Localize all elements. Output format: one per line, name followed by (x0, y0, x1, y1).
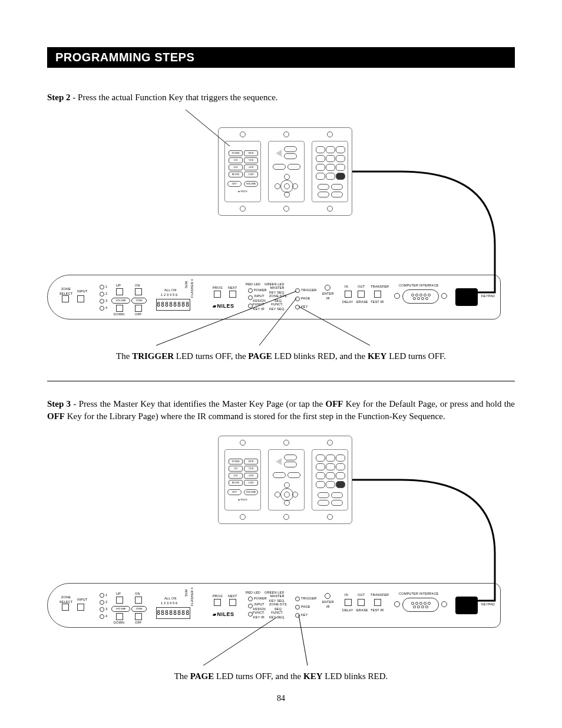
lbl-computer-interface: COMPUTER INTERFACE (399, 284, 438, 288)
step3-b1: OFF (326, 399, 343, 409)
rear-panel-diagram-2: ZONE SELECT INPUT 1 2 3 4 UP ON VOLUME Z… (47, 583, 501, 628)
niles-logo: NILES (213, 302, 234, 310)
step3-b2: OFF (47, 411, 65, 421)
step3-paragraph: Step 3 - Press the Master Key that ident… (47, 398, 515, 423)
lbl-sum: SUM (184, 281, 189, 288)
step2-block: Step 2 - Press the actual Function Key t… (47, 91, 515, 381)
lbl-off: OFF (135, 312, 142, 317)
kp-src-7: BLUES (229, 172, 243, 177)
segment-display: 88888888 (156, 299, 190, 311)
step2-figure: TUNER DVD CD VCR SAT AUX BLUES JAZZ OFF … (47, 110, 515, 363)
step3-caption: The PAGE LED turns OFF, and the KEY LED … (47, 670, 515, 683)
lbl-funct-key-ir: FUNCT. KEY IR (253, 302, 265, 311)
lbl-zone-4: 4 (105, 306, 107, 311)
step2-label: Step 2 (47, 93, 71, 102)
kp-src-4: VCR (244, 157, 258, 163)
lbl-in: IN (345, 285, 348, 289)
kp-off: OFF (227, 181, 242, 187)
lbl-transfer: TRANSFER (371, 285, 389, 289)
lbl-flasher: FLASHER 4 (190, 279, 195, 298)
keypad-port (455, 288, 478, 306)
lbl-zone-2: 2 (105, 292, 107, 297)
rear-panel-diagram: ZONE SELECT INPUT 1 2 3 4 UP ON VOLUME Z… (47, 275, 501, 319)
lbl-test-ir: TEST IR (371, 300, 384, 305)
step2-text: - Press the actual Function Key that tri… (71, 93, 278, 102)
lbl-on: ON (135, 284, 140, 288)
lbl-up: UP (116, 284, 121, 288)
lbl-nums: 1 2 3 4 5 6 (161, 293, 177, 298)
lbl-keypad: KEYPAD (481, 294, 495, 299)
lbl-next: NEXT (228, 286, 237, 291)
lbl-funct-key-seq: FUNCT. KEY SEQ. (269, 302, 285, 311)
kp-src-2: DVD (244, 150, 258, 156)
lbl-trigger: TRIGGER (301, 288, 316, 293)
keypad-col-nav (268, 141, 305, 202)
lbl-zone-3: 3 (105, 299, 107, 304)
lbl-delay: DELAY (342, 300, 353, 305)
step3-t1: - Press the Master Key that identifies t… (71, 399, 325, 409)
lbl-enter-ir: ENTER IR (322, 292, 334, 301)
kp-src-6: AUX (244, 164, 258, 170)
btn-volume: VOLUME (111, 298, 130, 304)
db9-port (402, 289, 439, 304)
kp-src-8: JAZZ (244, 172, 258, 177)
lbl-out: OUT (358, 285, 365, 289)
lbl-power: POWER (254, 288, 267, 293)
step3-block: Step 3 - Press the Master Key that ident… (47, 398, 515, 683)
kp-brand-1: ▰ NILES (238, 190, 247, 193)
lbl-input: INPUT (77, 289, 88, 294)
step2-paragraph: Step 2 - Press the actual Function Key t… (47, 91, 515, 104)
step3-t2: Key for the Default Page, or press and h… (343, 399, 515, 409)
lbl-key: KEY (301, 305, 308, 309)
lbl-page: PAGE (301, 297, 310, 301)
kp-src-3: CD (229, 157, 243, 163)
kp-src-5: SAT (229, 164, 243, 170)
lbl-erase: ERASE (356, 300, 368, 305)
lbl-red-led: RED LED (246, 282, 260, 287)
btn-zone: ZONE (131, 298, 147, 304)
lbl-prog: PROG (213, 286, 223, 291)
step3-label: Step 3 (47, 399, 71, 409)
keypad-diagram-2: TUNERDVD CDVCR SATAUX BLUESJAZZ OFF VOLU… (218, 436, 352, 524)
keypad-col-sources: TUNER DVD CD VCR SAT AUX BLUES JAZZ OFF … (224, 141, 261, 202)
page-number: 84 (0, 694, 562, 703)
kp-volume: VOLUME (244, 181, 258, 187)
section-title-bar: PROGRAMMING STEPS (47, 47, 515, 68)
keypad-diagram: TUNER DVD CD VCR SAT AUX BLUES JAZZ OFF … (218, 127, 352, 216)
lbl-all-on: ALL ON (164, 288, 177, 293)
section-title-text: PROGRAMMING STEPS (55, 51, 194, 64)
keypad-col-numeric (312, 141, 348, 202)
lbl-down: DOWN (114, 312, 124, 317)
step3-t3: Key for the Library Page) where the IR c… (65, 411, 445, 421)
lbl-zone-1: 1 (105, 285, 107, 289)
step3-figure: TUNERDVD CDVCR SATAUX BLUESJAZZ OFF VOLU… (47, 430, 515, 683)
step2-caption: The TRIGGER LED turns OFF, the PAGE LED … (47, 350, 515, 363)
kp-src-1: TUNER (229, 150, 243, 156)
separator-rule (47, 381, 515, 381)
